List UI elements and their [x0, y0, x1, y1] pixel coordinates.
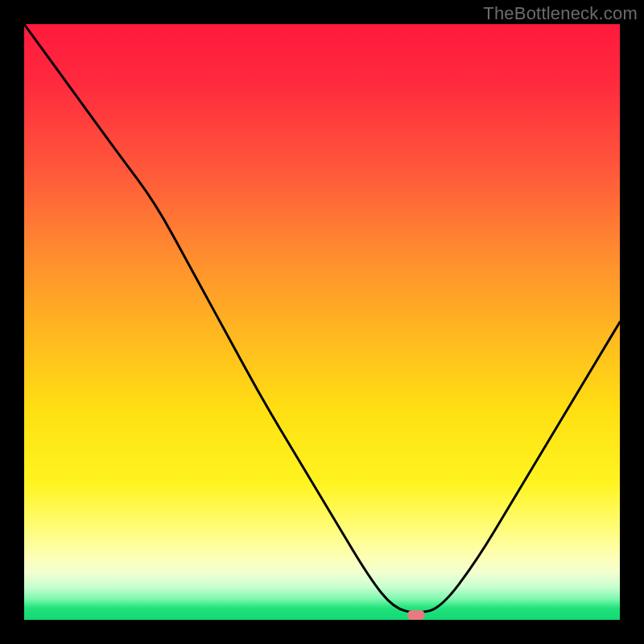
- chart-frame: TheBottleneck.com: [0, 0, 644, 644]
- watermark-label: TheBottleneck.com: [483, 3, 638, 24]
- curve-layer: [24, 24, 620, 620]
- bottleneck-curve: [24, 24, 620, 613]
- optimal-marker: [407, 610, 425, 620]
